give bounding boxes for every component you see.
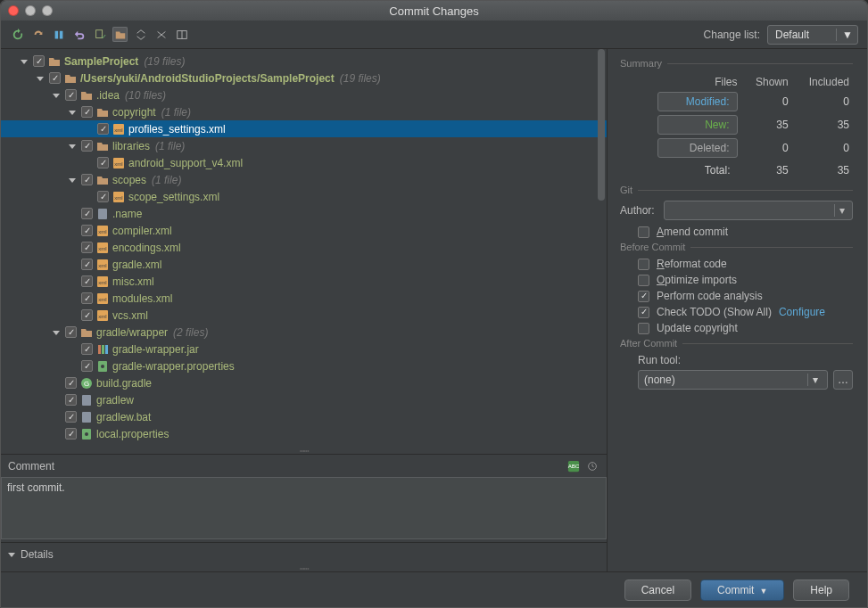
- file-name: modules.xml: [112, 292, 172, 305]
- expand-all-icon[interactable]: [133, 27, 148, 42]
- tree-row[interactable]: .idea(10 files): [1, 86, 607, 103]
- cancel-button[interactable]: Cancel: [624, 579, 691, 601]
- file-checkbox[interactable]: [81, 208, 93, 219]
- dropdown-arrow-icon: ▾: [807, 374, 822, 386]
- commit-button[interactable]: Commit▼: [700, 579, 784, 601]
- tree-row[interactable]: xmlandroid_support_v4.xml: [1, 154, 607, 171]
- file-icon: [80, 394, 93, 407]
- svg-text:ABC: ABC: [567, 462, 579, 468]
- file-checkbox[interactable]: [65, 411, 77, 423]
- total-label: Total:: [657, 161, 738, 179]
- file-checkbox[interactable]: [81, 106, 93, 118]
- change-list-select[interactable]: Default ▼: [767, 25, 858, 45]
- file-icon: [80, 411, 93, 423]
- details-toggle[interactable]: Details: [1, 542, 607, 566]
- tree-row[interactable]: gradlew.bat: [1, 408, 607, 425]
- reformat-checkbox[interactable]: [638, 259, 649, 270]
- file-checkbox[interactable]: [97, 191, 109, 202]
- file-checkbox[interactable]: [97, 123, 109, 135]
- new-changelist-icon[interactable]: [92, 27, 107, 42]
- browse-button[interactable]: …: [833, 370, 853, 390]
- tree-row[interactable]: xmlgradle.xml: [1, 256, 607, 273]
- tree-row[interactable]: .name: [1, 205, 607, 222]
- author-select[interactable]: ▾: [664, 201, 853, 220]
- file-checkbox[interactable]: [65, 326, 77, 338]
- file-checkbox[interactable]: [65, 394, 77, 406]
- tree-row[interactable]: Gbuild.gradle: [1, 374, 607, 391]
- commit-message-input[interactable]: [1, 477, 607, 539]
- tree-row[interactable]: copyright(1 file): [1, 103, 607, 120]
- summary-header: Summary: [620, 58, 853, 69]
- svg-marker-43: [8, 553, 15, 557]
- expand-toggle[interactable]: [67, 143, 78, 150]
- diff-icon[interactable]: [51, 27, 66, 42]
- expand-toggle[interactable]: [19, 58, 29, 65]
- commit-changes-dialog: Commit Changes Change list: Default ▼ Sa…: [0, 0, 868, 608]
- expand-toggle[interactable]: [51, 329, 62, 336]
- undo-icon[interactable]: [71, 27, 87, 42]
- tree-row[interactable]: xmlmodules.xml: [1, 290, 607, 307]
- copyright-checkbox[interactable]: [638, 323, 649, 334]
- file-count: (19 files): [144, 55, 185, 68]
- tree-row[interactable]: xmlmisc.xml: [1, 273, 607, 290]
- amend-checkbox[interactable]: [638, 226, 649, 238]
- xml-icon: xml: [96, 259, 109, 271]
- todo-checkbox[interactable]: [638, 307, 649, 318]
- collapse-all-icon[interactable]: [153, 27, 169, 42]
- expand-toggle[interactable]: [67, 177, 78, 184]
- file-name: copyright: [112, 106, 156, 119]
- rollback-icon[interactable]: [30, 27, 45, 42]
- file-checkbox[interactable]: [65, 89, 77, 101]
- author-label: Author:: [620, 204, 655, 217]
- file-checkbox[interactable]: [81, 292, 93, 304]
- tree-row[interactable]: xmlprofiles_settings.xml: [1, 120, 607, 137]
- tree-row[interactable]: xmlvcs.xml: [1, 307, 607, 324]
- help-button[interactable]: Help: [793, 579, 849, 601]
- tree-row[interactable]: gradle/wrapper(2 files): [1, 324, 607, 341]
- tree-row[interactable]: gradle-wrapper.properties: [1, 357, 607, 374]
- tree-row[interactable]: libraries(1 file): [1, 137, 607, 154]
- tree-row[interactable]: scopes(1 file): [1, 171, 607, 188]
- file-checkbox[interactable]: [49, 72, 61, 84]
- file-checkbox[interactable]: [97, 157, 109, 168]
- file-checkbox[interactable]: [81, 360, 93, 372]
- run-tool-select[interactable]: (none) ▾: [638, 370, 828, 390]
- refresh-icon[interactable]: [10, 27, 25, 42]
- configure-link[interactable]: Configure: [779, 306, 825, 318]
- tree-row[interactable]: gradle-wrapper.jar: [1, 341, 607, 357]
- file-checkbox[interactable]: [81, 343, 93, 355]
- optimize-checkbox[interactable]: [638, 275, 649, 286]
- folder-icon: [96, 140, 109, 152]
- file-name: scopes: [112, 174, 146, 186]
- file-checkbox[interactable]: [33, 55, 45, 67]
- tree-row[interactable]: gradlew: [1, 391, 607, 408]
- expand-toggle[interactable]: [67, 109, 78, 116]
- group-by-directory-icon[interactable]: [112, 27, 128, 42]
- file-checkbox[interactable]: [81, 309, 93, 321]
- expand-toggle[interactable]: [51, 92, 62, 99]
- xml-icon: xml: [112, 157, 125, 169]
- analysis-checkbox[interactable]: [638, 291, 649, 302]
- file-checkbox[interactable]: [81, 275, 93, 287]
- file-checkbox[interactable]: [81, 140, 93, 152]
- file-checkbox[interactable]: [81, 242, 93, 253]
- tree-row[interactable]: xmlscope_settings.xml: [1, 188, 607, 205]
- tree-row[interactable]: xmlcompiler.xml: [1, 222, 607, 239]
- file-checkbox[interactable]: [65, 428, 77, 440]
- tree-row[interactable]: SampleProject(19 files): [1, 53, 607, 70]
- file-tree[interactable]: SampleProject(19 files)/Users/yuki/Andro…: [1, 49, 607, 448]
- tree-scrollbar[interactable]: [598, 49, 605, 448]
- spellcheck-icon[interactable]: ABC: [566, 458, 581, 473]
- file-checkbox[interactable]: [65, 377, 77, 389]
- folder-icon: [80, 326, 93, 339]
- tree-row[interactable]: xmlencodings.xml: [1, 239, 607, 256]
- file-checkbox[interactable]: [81, 174, 93, 185]
- history-icon[interactable]: [584, 458, 599, 473]
- show-diff-preview-icon[interactable]: [174, 27, 189, 42]
- file-checkbox[interactable]: [81, 259, 93, 270]
- tree-row[interactable]: /Users/yuki/AndroidStudioProjects/Sample…: [1, 70, 607, 86]
- file-checkbox[interactable]: [81, 225, 93, 236]
- svg-text:xml: xml: [114, 127, 122, 133]
- tree-row[interactable]: local.properties: [1, 425, 607, 442]
- expand-toggle[interactable]: [35, 75, 45, 82]
